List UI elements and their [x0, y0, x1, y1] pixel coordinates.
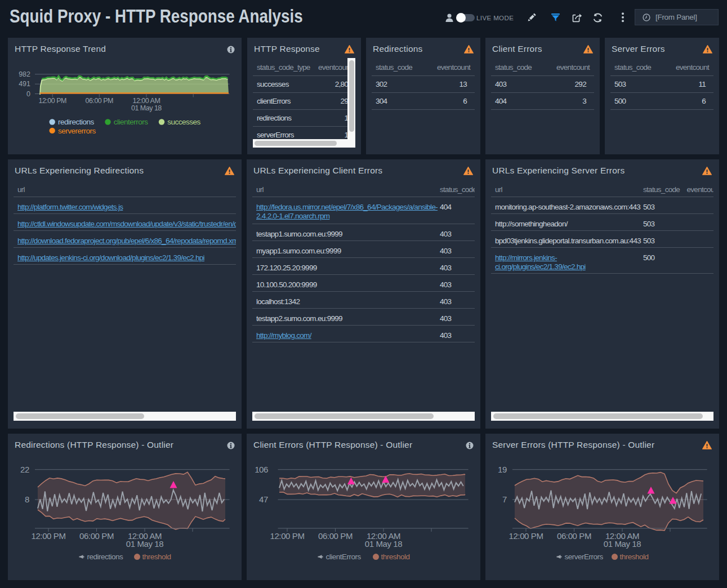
svg-text:06:00 PM: 06:00 PM [86, 97, 114, 105]
svg-text:12:00 PM: 12:00 PM [509, 531, 543, 541]
svg-text:7: 7 [502, 495, 507, 504]
svg-text:12:00 PM: 12:00 PM [38, 97, 66, 105]
svg-text:redirections: redirections [87, 553, 124, 561]
svg-text:06:00 PM: 06:00 PM [318, 531, 353, 541]
svg-text:successes: successes [167, 118, 200, 126]
svg-text:06:00 PM: 06:00 PM [79, 531, 114, 541]
svg-text:threshold: threshold [381, 553, 410, 561]
svg-text:01 May 18: 01 May 18 [365, 539, 402, 549]
svg-text:22: 22 [20, 465, 29, 474]
svg-text:01 May 18: 01 May 18 [126, 539, 163, 549]
svg-text:12:00 PM: 12:00 PM [270, 531, 304, 541]
svg-text:106: 106 [255, 465, 268, 474]
svg-text:clientErrors: clientErrors [326, 553, 362, 561]
svg-text:servererrors: servererrors [58, 127, 96, 135]
svg-text:0: 0 [26, 90, 30, 98]
svg-text:47: 47 [259, 495, 268, 504]
svg-text:491: 491 [19, 80, 30, 88]
svg-text:12:00 AM: 12:00 AM [132, 97, 160, 105]
svg-text:8: 8 [25, 495, 29, 504]
svg-text:01 May 18: 01 May 18 [604, 539, 641, 549]
svg-text:serverErrors: serverErrors [565, 553, 604, 561]
svg-text:threshold: threshold [142, 553, 171, 561]
svg-text:redirections: redirections [58, 118, 95, 126]
svg-text:12:00 PM: 12:00 PM [31, 531, 65, 541]
svg-text:982: 982 [19, 70, 30, 78]
svg-text:19: 19 [498, 465, 507, 474]
svg-text:clienterrors: clienterrors [114, 118, 149, 126]
svg-text:06:00 PM: 06:00 PM [557, 531, 591, 541]
svg-text:01 May 18: 01 May 18 [131, 104, 162, 112]
svg-text:threshold: threshold [620, 553, 649, 561]
